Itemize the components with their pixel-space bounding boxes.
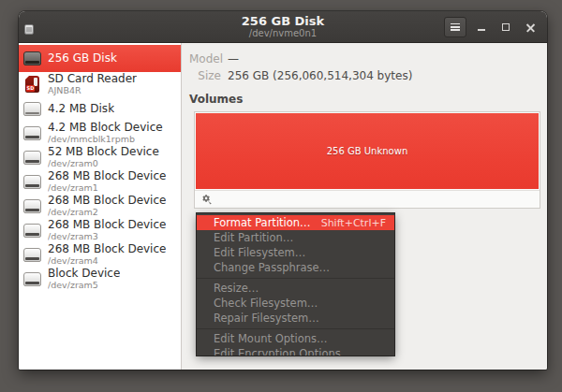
block-device-icon: [23, 248, 41, 262]
block-device-icon: [23, 272, 41, 286]
sidebar-item-zram0[interactable]: 52 MB Block Device /dev/zram0: [19, 145, 181, 169]
menu-item-change-passphrase[interactable]: Change Passphrase…: [197, 260, 394, 275]
device-title: 52 MB Block Device: [48, 146, 159, 158]
sidebar-item-zram1[interactable]: 268 MB Block Device /dev/zram1: [19, 169, 181, 194]
device-subtitle: /dev/zram1: [48, 182, 166, 193]
device-title: 268 MB Block Device: [48, 195, 166, 207]
close-button[interactable]: [521, 17, 540, 37]
model-value: —: [228, 52, 239, 65]
block-device-icon: [23, 151, 41, 165]
device-subtitle: /dev/zram0: [48, 158, 159, 168]
app-icon: [24, 24, 34, 35]
device-title: SD Card Reader: [48, 73, 137, 85]
sidebar-item-4mb-disk[interactable]: 4.2 MB Disk: [19, 96, 181, 121]
device-title: 268 MB Block Device: [48, 243, 166, 255]
sidebar-item-256gb-disk[interactable]: 256 GB Disk: [19, 45, 181, 72]
device-title: 4.2 MB Block Device: [48, 122, 163, 134]
minimize-button[interactable]: [472, 17, 491, 37]
menu-item-resize[interactable]: Resize…: [197, 281, 394, 296]
hamburger-menu-icon: [451, 23, 460, 31]
disk-icon: [23, 102, 41, 116]
device-subtitle: /dev/mmcblk1rpmb: [48, 134, 163, 144]
desktop-background: 256 GB Disk /dev/nvme0n1: [0, 0, 562, 392]
volume-segment-unknown[interactable]: 256 GB Unknown: [196, 113, 539, 189]
sidebar-item-zram5[interactable]: Block Device /dev/zram5: [19, 267, 181, 291]
maximize-button[interactable]: [496, 17, 515, 37]
model-label: Model: [189, 52, 221, 65]
device-title: Block Device: [48, 268, 120, 280]
device-title: 268 MB Block Device: [48, 219, 166, 231]
device-title: 4.2 MB Disk: [48, 103, 114, 115]
size-value: 256 GB (256,060,514,304 bytes): [228, 69, 412, 82]
device-subtitle: AJNB4R: [48, 85, 137, 95]
size-row: Size 256 GB (256,060,514,304 bytes): [182, 67, 547, 84]
sidebar-item-zram4[interactable]: 268 MB Block Device /dev/zram4: [19, 242, 181, 267]
volumes-header: Volumes: [189, 93, 547, 106]
hamburger-menu-button[interactable]: [444, 17, 466, 37]
block-device-icon: [23, 175, 41, 189]
block-device-icon: [23, 126, 41, 140]
menu-item-repair-filesystem[interactable]: Repair Filesystem…: [197, 311, 394, 326]
maximize-icon: [502, 23, 510, 31]
device-sidebar: 256 GB Disk SD SD Card Reader AJNB4R: [19, 43, 182, 370]
menu-item-check-filesystem[interactable]: Check Filesystem…: [197, 296, 394, 311]
device-subtitle: /dev/zram5: [48, 280, 120, 290]
device-title: 256 GB Disk: [48, 52, 117, 65]
device-title: 268 MB Block Device: [48, 170, 166, 182]
menu-item-edit-mount-options[interactable]: Edit Mount Options…: [197, 331, 394, 346]
menu-separator: [197, 326, 394, 331]
minimize-icon: [478, 29, 485, 31]
sidebar-item-zram2[interactable]: 268 MB Block Device /dev/zram2: [19, 194, 181, 218]
device-subtitle: /dev/zram4: [48, 255, 166, 266]
shortcut-label: Shift+Ctrl+F: [321, 217, 386, 229]
menu-item-edit-filesystem[interactable]: Edit Filesystem…: [197, 245, 394, 260]
titlebar[interactable]: 256 GB Disk /dev/nvme0n1: [19, 11, 547, 43]
sd-card-icon: SD: [25, 76, 39, 93]
volume-context-menu: Format Partition… Shift+Ctrl+F Edit Part…: [197, 213, 394, 356]
close-icon: [526, 23, 535, 32]
device-subtitle: /dev/zram3: [48, 231, 166, 241]
menu-separator: [197, 275, 394, 281]
menu-item-edit-encryption-options[interactable]: Edit Encryption Options…: [197, 346, 394, 356]
block-device-icon: [23, 199, 41, 213]
volumes-widget: 256 GB Unknown: [194, 111, 540, 209]
hard-disk-icon: [23, 51, 41, 65]
device-subtitle: /dev/zram2: [48, 207, 166, 217]
sidebar-item-zram3[interactable]: 268 MB Block Device /dev/zram3: [19, 218, 181, 242]
gears-icon[interactable]: [200, 194, 213, 206]
window-controls: [444, 11, 540, 43]
menu-item-format-partition[interactable]: Format Partition… Shift+Ctrl+F: [197, 215, 394, 230]
model-row: Model —: [182, 51, 547, 67]
block-device-icon: [23, 224, 41, 238]
volume-toolbar: [195, 190, 540, 208]
volume-label: 256 GB Unknown: [327, 146, 407, 156]
menu-item-edit-partition[interactable]: Edit Partition…: [197, 230, 394, 245]
size-label: Size: [189, 69, 221, 82]
sidebar-item-sd-card-reader[interactable]: SD SD Card Reader AJNB4R: [19, 72, 181, 96]
sidebar-item-4mb-block-device[interactable]: 4.2 MB Block Device /dev/mmcblk1rpmb: [19, 121, 181, 145]
